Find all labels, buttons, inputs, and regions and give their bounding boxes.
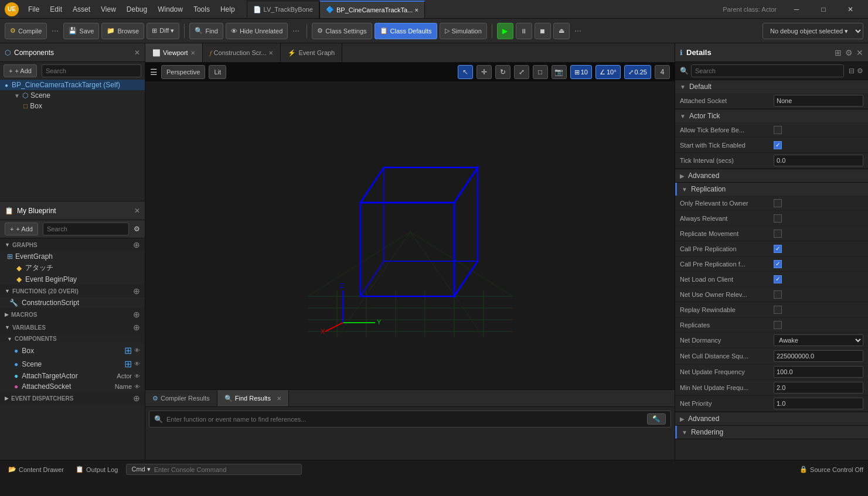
tick-interval-input[interactable]: [774, 155, 863, 166]
viewport-menu-icon[interactable]: ☰: [150, 67, 158, 77]
var-box[interactable]: ● Box ⊞ 👁: [0, 344, 145, 357]
details-grid-view[interactable]: ⊞: [835, 48, 842, 57]
beginplay-event[interactable]: ◆ Event BeginPlay: [0, 274, 145, 285]
component-scene[interactable]: ▼ ⬡ Scene: [9, 90, 145, 101]
tab-find-results[interactable]: 🔍 Find Results ✕: [217, 390, 289, 406]
viewport[interactable]: ☰ Perspective Lit ↖ ✛ ↻ ⤢ □ 📷 ⊞ 10 ∠ 10°: [145, 63, 675, 389]
var-socket-eye[interactable]: 👁: [134, 384, 140, 390]
menu-tools[interactable]: Tools: [189, 3, 215, 16]
construction-tab-close[interactable]: ✕: [268, 50, 273, 56]
default-section-header[interactable]: ▼ Default: [675, 80, 868, 93]
net-cull-input[interactable]: [774, 350, 863, 362]
blueprint-settings-icon[interactable]: ⚙: [134, 225, 140, 233]
blueprint-panel-close[interactable]: ✕: [134, 207, 140, 215]
min-net-update-input[interactable]: [774, 382, 863, 394]
move-tool[interactable]: ✛: [476, 65, 492, 79]
find-button[interactable]: 🔍 Find: [189, 23, 223, 39]
replicate-movement-checkbox[interactable]: [774, 230, 782, 238]
tab-compiler-results[interactable]: ⚙ Compiler Results: [145, 390, 217, 406]
cmd-dropdown[interactable]: Cmd ▾: [131, 466, 150, 473]
class-defaults-button[interactable]: 📋 Class Defaults: [375, 23, 437, 39]
find-results-close[interactable]: ✕: [277, 395, 281, 402]
var-attached-socket[interactable]: ● AttachedSocket Name 👁: [0, 381, 145, 392]
pause-button[interactable]: ⏸: [516, 23, 532, 39]
cursor-tool[interactable]: ↖: [458, 65, 473, 79]
rotate-tool[interactable]: ↻: [495, 65, 510, 79]
menu-debug[interactable]: Debug: [122, 3, 152, 16]
call-pre-rep-f-checkbox[interactable]: ✓: [774, 260, 782, 268]
net-update-freq-input[interactable]: [774, 366, 863, 378]
variables-section-header[interactable]: ▼ VARIABLES ⊕: [0, 321, 145, 334]
advanced-1-header[interactable]: ▶ Advanced: [675, 169, 868, 182]
details-settings[interactable]: ⚙: [845, 48, 853, 57]
component-tree-root[interactable]: ● BP_CineCameraTrackTarget (Self): [0, 80, 145, 90]
play-button[interactable]: ▶: [497, 23, 513, 39]
components-search-input[interactable]: [42, 64, 141, 77]
maximize-button[interactable]: □: [811, 0, 836, 19]
macros-add[interactable]: ⊕: [133, 310, 140, 319]
toolbar-dots-1[interactable]: ⋯: [49, 27, 61, 35]
replay-checkbox[interactable]: [774, 306, 782, 314]
call-pre-rep-checkbox[interactable]: ✓: [774, 245, 782, 253]
viewport-settings-4[interactable]: 4: [655, 65, 670, 79]
save-button[interactable]: 💾 Save: [63, 23, 99, 39]
rendering-section-header[interactable]: ▼ Rendering: [675, 426, 868, 439]
camera-tool[interactable]: 📷: [552, 65, 567, 79]
net-priority-input[interactable]: [774, 398, 863, 409]
components-panel-close[interactable]: ✕: [134, 49, 140, 57]
only-relevant-checkbox[interactable]: [774, 199, 782, 207]
output-log-button[interactable]: 📋 Output Log: [72, 466, 121, 473]
hide-unrelated-button[interactable]: 👁 Hide Unrelated: [226, 23, 288, 39]
always-relevant-checkbox[interactable]: [774, 214, 782, 223]
tab-event-graph[interactable]: ⚡ Event Graph: [281, 43, 342, 62]
details-filter-icon[interactable]: ⚙: [857, 67, 863, 75]
find-search-button[interactable]: 🔦: [647, 413, 666, 425]
construction-script-item[interactable]: 🔧 ConstructionScript: [0, 297, 145, 308]
lit-button[interactable]: Lit: [209, 65, 226, 79]
functions-add[interactable]: ⊕: [133, 286, 140, 296]
component-box[interactable]: □ Box: [19, 101, 145, 111]
simulation-button[interactable]: ▷ Simulation: [440, 23, 487, 39]
event-dispatchers-header[interactable]: ▶ EVENT DISPATCHERS ⊕: [0, 392, 145, 405]
tab-viewport[interactable]: ⬜ Viewport ✕: [145, 43, 203, 62]
attached-socket-input[interactable]: [774, 95, 863, 107]
menu-file[interactable]: File: [23, 3, 44, 16]
components-add-button[interactable]: + + Add: [4, 64, 37, 77]
viewport-tab-close[interactable]: ✕: [190, 50, 195, 56]
angle-snap[interactable]: ∠ 10°: [595, 65, 621, 79]
tab-construction[interactable]: 𝑓 Construction Scr... ✕: [203, 43, 281, 62]
variables-add[interactable]: ⊕: [133, 323, 140, 332]
macros-section-header[interactable]: ▶ MACROS ⊕: [0, 308, 145, 321]
dispatchers-add[interactable]: ⊕: [133, 394, 140, 403]
diff-button[interactable]: ⊞ Diff ▾: [147, 23, 179, 39]
var-scene[interactable]: ● Scene ⊞ 👁: [0, 357, 145, 371]
replication-section-header[interactable]: ▼ Replication: [675, 183, 868, 196]
eject-button[interactable]: ⏏: [553, 23, 570, 39]
grid-snap[interactable]: ⊞ 10: [570, 65, 592, 79]
find-search-input[interactable]: [166, 416, 644, 423]
var-box-eye[interactable]: 👁: [134, 347, 140, 354]
start-tick-checkbox[interactable]: ✓: [774, 141, 782, 149]
minimize-button[interactable]: ─: [784, 0, 809, 19]
net-dormancy-select[interactable]: Awake: [774, 334, 863, 346]
perspective-button[interactable]: Perspective: [161, 65, 205, 79]
net-use-owner-checkbox[interactable]: [774, 290, 782, 299]
functions-section-header[interactable]: ▼ FUNCTIONS (20 OVERI) ⊕: [0, 285, 145, 297]
menu-edit[interactable]: Edit: [45, 3, 67, 16]
browse-button[interactable]: 📁 Browse: [101, 23, 144, 39]
menu-window[interactable]: Window: [153, 3, 188, 16]
replicates-checkbox[interactable]: [774, 321, 782, 329]
var-scene-eye[interactable]: 👁: [134, 361, 140, 367]
net-load-checkbox[interactable]: ✓: [774, 275, 782, 283]
class-settings-button[interactable]: ⚙ Class Settings: [312, 23, 372, 39]
var-attach-target[interactable]: ● AttachTargetActor Actor 👁: [0, 371, 145, 381]
close-button[interactable]: ✕: [838, 0, 863, 19]
advanced-2-header[interactable]: ▶ Advanced: [675, 412, 868, 425]
compile-button[interactable]: ⚙ Compile: [5, 23, 47, 39]
vars-components-header[interactable]: ▼ Components: [0, 334, 145, 344]
toolbar-dots-3[interactable]: ⋯: [572, 27, 584, 35]
content-drawer-button[interactable]: 📂 Content Drawer: [5, 466, 67, 473]
actor-tick-section-header[interactable]: ▼ Actor Tick: [675, 110, 868, 122]
menu-asset[interactable]: Asset: [68, 3, 95, 16]
menu-help[interactable]: Help: [216, 3, 240, 16]
